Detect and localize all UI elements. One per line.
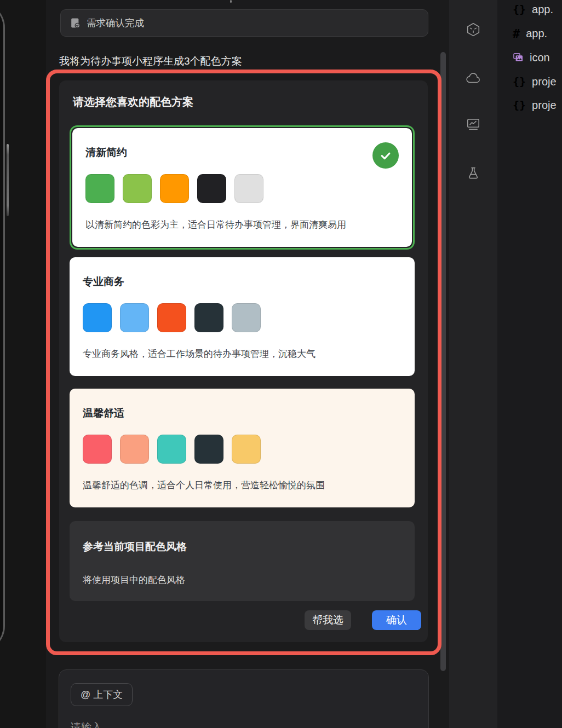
input-placeholder: 请输入: [71, 720, 428, 728]
cloud-icon[interactable]: [466, 71, 481, 86]
file-row[interactable]: icon: [513, 50, 550, 65]
scheme-card-business[interactable]: 专业商务 专业商务风格，适合工作场景的待办事项管理，沉稳大气: [70, 257, 415, 376]
swatch-row: [83, 303, 402, 332]
image-file-icon: [513, 52, 524, 63]
color-swatch: [83, 435, 112, 464]
monitor-chart-icon[interactable]: [466, 117, 481, 132]
scheme-card-selected-border: 清新简约 以清新简约的色彩为主，适合日常待办事项管理，界面清爽易用: [70, 125, 415, 250]
help-me-choose-button[interactable]: 帮我选: [305, 610, 351, 630]
phone-preview-edge: [0, 2, 5, 651]
status-card[interactable]: 需求确认完成: [60, 9, 428, 37]
project-style-description: 将使用项目中的配色风格: [83, 574, 402, 587]
hash-style-icon: #: [513, 27, 520, 41]
color-swatch: [232, 435, 261, 464]
color-swatch: [234, 174, 263, 203]
color-swatch: [157, 435, 186, 464]
color-swatch: [120, 435, 149, 464]
scheme-card-fresh[interactable]: 清新简约 以清新简约的色彩为主，适合日常待办事项管理，界面清爽易用: [72, 128, 412, 247]
file-row[interactable]: # app.: [513, 26, 547, 41]
scheme-name: 清新简约: [85, 146, 399, 160]
braces-json-icon: {}: [513, 75, 526, 88]
chat-panel: 需求确认完成 我将为待办事项小程序生成3个配色方案 请选择您喜欢的配色方案 清新…: [46, 0, 449, 728]
color-swatch: [160, 174, 189, 203]
context-chip-button[interactable]: @ 上下文: [71, 683, 133, 706]
file-name: proje: [532, 99, 556, 112]
file-name: app.: [526, 27, 547, 40]
color-swatch: [120, 303, 149, 332]
assistant-message: 我将为待办事项小程序生成3个配色方案: [59, 54, 242, 68]
scheme-description: 温馨舒适的色调，适合个人日常使用，营造轻松愉悦的氛围: [83, 479, 402, 492]
status-label: 需求确认完成: [87, 16, 144, 30]
color-swatch: [85, 174, 114, 203]
scheme-card-warm[interactable]: 温馨舒适 温馨舒适的色调，适合个人日常使用，营造轻松愉悦的氛围: [70, 389, 415, 507]
document-check-icon: [69, 17, 81, 29]
swatch-row: [83, 435, 402, 464]
phone-side-button: [7, 144, 9, 216]
color-swatch: [197, 174, 226, 203]
braces-json-icon: {}: [513, 99, 526, 112]
file-row[interactable]: {} proje: [513, 97, 557, 113]
scheme-name: 专业商务: [83, 275, 402, 289]
scheme-description: 专业商务风格，适合工作场景的待办事项管理，沉稳大气: [83, 348, 402, 361]
dialog-actions: 帮我选 确认: [70, 610, 421, 630]
confirm-button[interactable]: 确认: [372, 610, 421, 630]
file-name: app.: [532, 3, 553, 16]
color-swatch: [194, 435, 223, 464]
file-row[interactable]: {} app.: [513, 2, 553, 17]
chat-input-box[interactable]: @ 上下文 请输入: [59, 669, 429, 728]
color-swatch: [194, 303, 223, 332]
color-scheme-dialog: 请选择您喜欢的配色方案 清新简约 以清新简约的色彩为主，适合日常待办事项管理，界…: [59, 80, 428, 642]
dialog-title: 请选择您喜欢的配色方案: [73, 95, 415, 109]
color-swatch: [83, 303, 112, 332]
scheme-description: 以清新简约的色彩为主，适合日常待办事项管理，界面清爽易用: [85, 218, 399, 232]
file-name: proje: [532, 76, 556, 88]
tool-sidebar: [449, 0, 497, 728]
cube-3d-icon[interactable]: [466, 22, 481, 37]
scheme-name: 温馨舒适: [83, 406, 402, 420]
project-style-card[interactable]: 参考当前项目配色风格 将使用项目中的配色风格: [70, 521, 415, 601]
file-name: icon: [530, 51, 550, 64]
file-row[interactable]: {} proje: [513, 74, 557, 89]
braces-json-icon: {}: [513, 3, 526, 16]
color-swatch: [157, 303, 186, 332]
color-swatch: [123, 174, 152, 203]
highlight-overlay: 请选择您喜欢的配色方案 清新简约 以清新简约的色彩为主，适合日常待办事项管理，界…: [46, 70, 441, 655]
divider-handle: [230, 0, 232, 3]
color-swatch: [232, 303, 261, 332]
swatch-row: [85, 174, 399, 203]
selected-check-icon: [372, 142, 399, 169]
flask-icon[interactable]: [466, 166, 481, 181]
project-style-title: 参考当前项目配色风格: [83, 540, 402, 554]
file-list-panel: {} app. # app. icon {} proje {} proje: [497, 0, 562, 728]
